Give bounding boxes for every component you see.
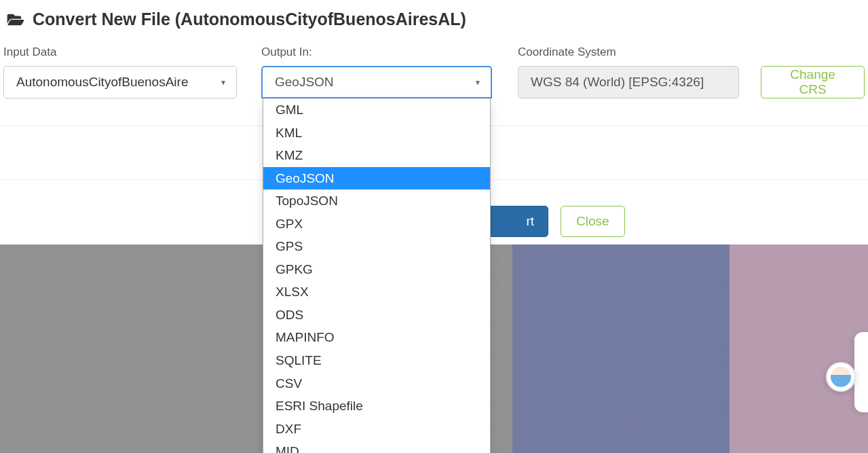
dropdown-option[interactable]: KML	[263, 122, 490, 145]
crs-group: Coordinate System WGS 84 (World) [EPSG:4…	[518, 46, 865, 98]
dropdown-option[interactable]: GeoJSON	[263, 167, 490, 190]
output-format-dropdown: GMLKMLKMZGeoJSONTopoJSONGPXGPSGPKGXLSXOD…	[263, 98, 491, 453]
chevron-down-icon: ▼	[220, 79, 227, 86]
convert-button[interactable]: rt	[487, 206, 548, 237]
output-format-value: GeoJSON	[275, 75, 334, 90]
dropdown-option[interactable]: CSV	[263, 372, 490, 395]
crs-label: Coordinate System	[518, 46, 865, 59]
dropdown-option[interactable]: GPKG	[263, 258, 490, 281]
dropdown-option[interactable]: ODS	[263, 304, 490, 327]
dropdown-option[interactable]: KMZ	[263, 144, 490, 167]
chat-widget-panel[interactable]	[854, 332, 868, 412]
folder-open-icon	[7, 12, 24, 27]
dropdown-option[interactable]: XLSX	[263, 280, 490, 304]
dropdown-option[interactable]: ESRI Shapefile	[263, 395, 490, 418]
output-format-label: Output In:	[261, 46, 518, 59]
dropdown-option[interactable]: GML	[263, 98, 490, 122]
dropdown-option[interactable]: MID	[263, 440, 490, 453]
crs-row: WGS 84 (World) [EPSG:4326] Change CRS	[518, 66, 865, 98]
output-format-select-wrap: GeoJSON ▼ GMLKMLKMZGeoJSONTopoJSONGPXGPS…	[261, 66, 518, 98]
dropdown-option[interactable]: GPS	[263, 235, 490, 258]
output-format-group: Output In: GeoJSON ▼ GMLKMLKMZGeoJSONTop…	[261, 46, 518, 98]
page-header: Convert New File (AutonomousCityofBuenos…	[0, 0, 868, 46]
chevron-down-icon: ▼	[474, 79, 481, 86]
input-data-group: Input Data AutonomousCityofBuenosAire ▼	[3, 46, 261, 98]
input-data-select-wrap: AutonomousCityofBuenosAire ▼	[3, 66, 261, 98]
dropdown-option[interactable]: GPX	[263, 213, 490, 236]
input-data-label: Input Data	[3, 46, 261, 59]
crs-value: WGS 84 (World) [EPSG:4326]	[531, 75, 704, 90]
page-title: Convert New File (AutonomousCityofBuenos…	[33, 10, 466, 29]
dropdown-option[interactable]: SQLITE	[263, 349, 490, 372]
crs-value-display: WGS 84 (World) [EPSG:4326]	[518, 66, 739, 98]
chat-avatar-button[interactable]	[826, 362, 856, 392]
form-row: Input Data AutonomousCityofBuenosAire ▼ …	[0, 46, 868, 126]
dropdown-option[interactable]: DXF	[263, 418, 490, 441]
output-format-select[interactable]: GeoJSON ▼	[261, 66, 492, 98]
dropdown-option[interactable]: TopoJSON	[263, 189, 490, 213]
change-crs-button[interactable]: Change CRS	[761, 66, 865, 98]
dropdown-option[interactable]: MAPINFO	[263, 326, 490, 349]
input-data-select[interactable]: AutonomousCityofBuenosAire ▼	[3, 66, 237, 98]
input-data-value: AutonomousCityofBuenosAire	[16, 75, 188, 90]
map-meridian-line	[729, 244, 730, 453]
close-button[interactable]: Close	[561, 206, 625, 237]
avatar-icon	[831, 367, 851, 387]
